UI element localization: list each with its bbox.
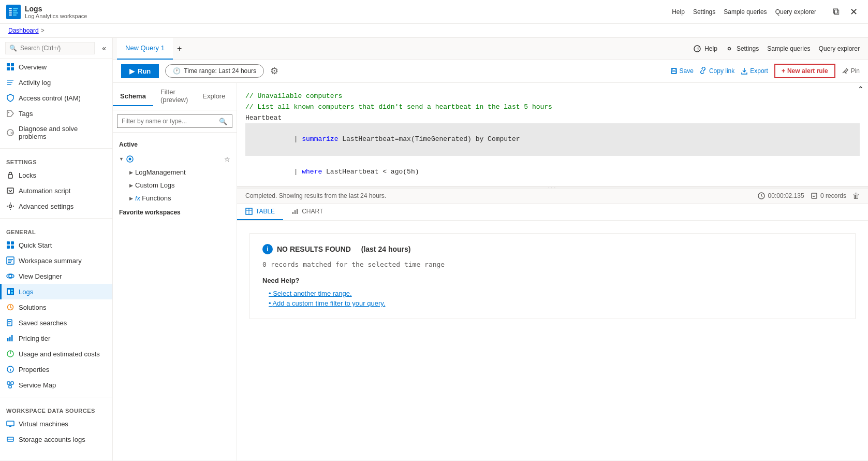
minimize-button[interactable]: ⧉ xyxy=(829,4,844,20)
schema-tab-filter[interactable]: Filter (preview) xyxy=(153,83,195,110)
sidebar-item-view-designer[interactable]: View Designer xyxy=(0,268,112,284)
copy-link-button[interactable]: Copy link xyxy=(700,67,734,75)
sidebar-item-storage[interactable]: Storage accounts logs xyxy=(0,431,112,447)
sidebar-item-iam[interactable]: Access control (IAM) xyxy=(0,90,112,106)
service-map-label: Service Map xyxy=(19,381,56,389)
locks-label: Locks xyxy=(19,171,36,179)
new-alert-rule-button[interactable]: + New alert rule xyxy=(774,64,835,78)
svg-rect-3 xyxy=(9,12,12,13)
query-explorer-tab-button[interactable]: Query explorer xyxy=(819,45,860,52)
sample-queries-tab-button[interactable]: Sample queries xyxy=(767,45,810,52)
tab-bar-right: ? Help Settings Sample queries Query exp… xyxy=(694,45,864,52)
saved-searches-label: Saved searches xyxy=(19,319,67,327)
divider-3 xyxy=(0,397,112,397)
quickstart-icon xyxy=(6,241,14,249)
automation-icon xyxy=(6,186,14,195)
quickstart-label: Quick Start xyxy=(19,241,52,249)
help-link-2[interactable]: Add a custom time filter to your query. xyxy=(262,298,843,308)
save-button[interactable]: Save xyxy=(670,67,694,75)
sidebar-collapse-button[interactable]: « xyxy=(100,42,108,54)
sample-queries-button[interactable]: Sample queries xyxy=(724,8,767,16)
time-range-button[interactable]: 🕐 Time range: Last 24 hours xyxy=(165,64,264,78)
sidebar-item-advanced[interactable]: Advanced settings xyxy=(0,198,112,214)
help-link-1[interactable]: Select another time range. xyxy=(262,289,843,298)
settings-button[interactable]: Settings xyxy=(693,8,715,16)
query-editor-area: ⌃ // Unavailable computers // List all k… xyxy=(237,83,868,460)
results-meta: 00:00:02.135 0 records 🗑 xyxy=(758,192,860,200)
vm-icon xyxy=(6,420,14,428)
svg-rect-65 xyxy=(813,195,816,195)
query-explorer-button[interactable]: Query explorer xyxy=(775,8,816,16)
svg-rect-48 xyxy=(9,385,11,388)
iam-icon xyxy=(6,94,14,102)
storage-label: Storage accounts logs xyxy=(19,436,85,443)
run-button[interactable]: ▶ Run xyxy=(121,64,159,78)
sidebar-item-properties[interactable]: i Properties xyxy=(0,362,112,377)
results-tab-chart[interactable]: CHART xyxy=(283,204,331,220)
schema-item-customlogs[interactable]: ▶ Custom Logs xyxy=(127,179,237,192)
schema-search-container: 🔍 xyxy=(113,110,237,133)
sidebar-item-usage[interactable]: Usage and estimated costs xyxy=(0,346,112,362)
star-icon[interactable]: ☆ xyxy=(224,155,230,163)
schema-active-root[interactable]: ▼ ☆ xyxy=(113,152,237,166)
svg-rect-23 xyxy=(11,241,14,244)
sidebar-item-locks[interactable]: Locks xyxy=(0,167,112,183)
help-tab-button[interactable]: ? Help xyxy=(694,45,717,52)
pricing-icon xyxy=(6,334,14,342)
help-button[interactable]: Help xyxy=(672,8,685,16)
schema-item-logmanagement[interactable]: ▶ LogManagement xyxy=(127,166,237,179)
schema-content: Active ▼ ☆ ▶ LogManagement ▶ xyxy=(113,133,237,460)
svg-rect-22 xyxy=(7,241,10,244)
sidebar-item-logs[interactable]: Logs xyxy=(0,284,112,299)
export-button[interactable]: Export xyxy=(741,67,768,75)
svg-point-62 xyxy=(128,158,131,161)
records-icon: 0 records xyxy=(811,192,846,200)
svg-rect-42 xyxy=(11,335,13,341)
settings-tab-button[interactable]: Settings xyxy=(726,45,759,52)
pin-button[interactable]: Pin xyxy=(842,67,860,75)
svg-rect-0 xyxy=(6,5,21,19)
sidebar-item-tags[interactable]: Tags xyxy=(0,106,112,121)
sidebar-item-saved-searches[interactable]: Saved searches xyxy=(0,315,112,330)
add-tab-button[interactable]: + xyxy=(173,42,186,55)
schema-panel: Schema Filter (preview) Explore Collapse… xyxy=(113,83,237,460)
activity-log-label: Activity log xyxy=(19,79,51,87)
sidebar-item-automation[interactable]: Automation script xyxy=(0,183,112,198)
code-line-2: // List all known computers that didn't … xyxy=(245,102,860,113)
sidebar-search-input[interactable] xyxy=(5,42,95,54)
overview-icon xyxy=(6,63,14,71)
schema-tab-explore[interactable]: Explore xyxy=(195,87,232,106)
filter-button[interactable]: ⚙ xyxy=(270,65,278,77)
sidebar-item-vms[interactable]: Virtual machines xyxy=(0,416,112,431)
schema-search-icon: 🔍 xyxy=(219,118,227,125)
svg-rect-12 xyxy=(11,67,14,70)
schema-item-functions[interactable]: ▶ fx Functions xyxy=(127,192,237,205)
schema-search-input[interactable] xyxy=(117,114,232,128)
sidebar-item-solutions[interactable]: Solutions xyxy=(0,299,112,315)
svg-rect-6 xyxy=(13,10,17,11)
schema-tab-schema[interactable]: Schema xyxy=(113,87,153,106)
sidebar-item-service-map[interactable]: Service Map xyxy=(0,377,112,393)
advanced-icon xyxy=(6,202,14,210)
overview-label: Overview xyxy=(19,63,47,71)
sidebar-item-activity-log[interactable]: Activity log xyxy=(0,75,112,90)
query-editor[interactable]: ⌃ // Unavailable computers // List all k… xyxy=(237,83,868,186)
close-button[interactable]: ✕ xyxy=(846,4,862,20)
sidebar-item-quickstart[interactable]: Quick Start xyxy=(0,237,112,253)
sidebar-item-pricing[interactable]: Pricing tier xyxy=(0,330,112,346)
sidebar-item-overview[interactable]: Overview xyxy=(0,59,112,75)
sidebar-item-diagnose[interactable]: ✕ Diagnose and solve problems xyxy=(0,121,112,144)
query-tab-1[interactable]: New Query 1 xyxy=(117,38,173,60)
svg-rect-71 xyxy=(295,210,296,214)
editor-collapse-button[interactable]: ⌃ xyxy=(858,85,864,93)
pricing-label: Pricing tier xyxy=(19,335,50,342)
breadcrumb-link[interactable]: Dashboard xyxy=(8,27,39,34)
workspace-summary-icon xyxy=(6,256,14,265)
sidebar-item-workspace-summary[interactable]: Workspace summary xyxy=(0,253,112,268)
delete-results-button[interactable]: 🗑 xyxy=(852,192,860,200)
svg-rect-47 xyxy=(11,382,13,384)
no-results-sub: 0 records matched for the selected time … xyxy=(262,261,843,268)
results-tab-table[interactable]: TABLE xyxy=(237,204,283,220)
svg-rect-41 xyxy=(9,337,11,341)
code-line-3: Heartbeat xyxy=(245,113,860,124)
